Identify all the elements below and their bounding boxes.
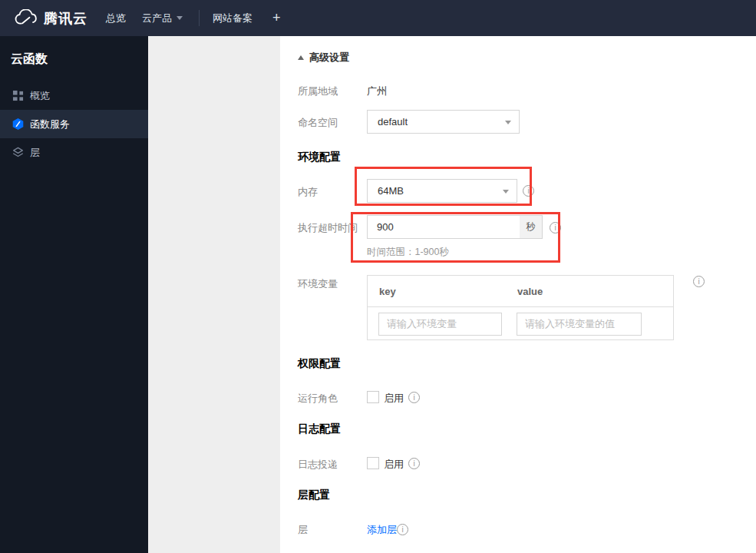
tencent-cloud-logo[interactable]: 腾讯云 xyxy=(14,0,87,36)
sidebar-item-function-service[interactable]: 函数服务 xyxy=(0,110,148,138)
chevron-down-icon xyxy=(503,190,509,194)
timeout-range-hint: 时间范围：1-900秒 xyxy=(367,246,449,259)
sidebar-item-label: 函数服务 xyxy=(30,118,70,131)
advanced-settings-toggle[interactable]: 高级设置 xyxy=(298,51,349,65)
namespace-label: 命名空间 xyxy=(298,116,338,130)
layer-info-icon[interactable] xyxy=(397,524,408,535)
secondary-panel xyxy=(148,36,280,553)
layer-label: 层 xyxy=(298,523,308,537)
env-vars-info-icon[interactable] xyxy=(693,276,705,287)
log-delivery-checkbox[interactable] xyxy=(367,457,379,469)
timeout-info-icon[interactable] xyxy=(550,222,561,233)
memory-select[interactable]: 64MB xyxy=(367,179,517,203)
nav-cloud-products[interactable]: 云产品 xyxy=(142,0,183,36)
memory-label: 内存 xyxy=(298,185,318,199)
brand-name: 腾讯云 xyxy=(44,9,87,28)
layer-config-header: 层配置 xyxy=(298,488,330,502)
chevron-down-icon xyxy=(505,121,511,124)
grid-icon xyxy=(11,89,25,103)
sidebar-item-label: 层 xyxy=(30,146,40,160)
sidebar-title: 云函数 xyxy=(11,51,48,68)
timeout-input[interactable] xyxy=(367,215,520,239)
layers-icon xyxy=(11,146,25,160)
add-tab-button[interactable]: + xyxy=(272,0,281,36)
sidebar-item-overview[interactable]: 概览 xyxy=(0,81,148,110)
env-config-header: 环境配置 xyxy=(298,151,341,164)
env-vars-label: 环境变量 xyxy=(298,277,338,291)
sidebar-item-layers[interactable]: 层 xyxy=(0,138,148,167)
memory-info-icon[interactable] xyxy=(523,185,534,197)
region-label: 所属地域 xyxy=(298,84,338,98)
run-role-enable-label: 启用 xyxy=(384,392,404,406)
chevron-down-icon xyxy=(177,16,183,20)
run-role-checkbox[interactable] xyxy=(367,391,379,403)
log-delivery-enable-label: 启用 xyxy=(384,458,404,472)
nav-overview[interactable]: 总览 xyxy=(106,0,126,36)
memory-selected-value: 64MB xyxy=(378,185,404,197)
namespace-selected-value: default xyxy=(378,116,408,127)
env-vars-row xyxy=(368,307,673,340)
log-config-header: 日志配置 xyxy=(298,422,341,436)
run-role-info-icon[interactable] xyxy=(408,392,420,403)
sidebar: 云函数 概览 函数服务 xyxy=(0,36,148,553)
key-column-header: key xyxy=(368,286,517,297)
env-vars-table: key value xyxy=(367,275,674,340)
value-column-header: value xyxy=(517,286,543,297)
log-delivery-info-icon[interactable] xyxy=(408,458,420,469)
permission-config-header: 权限配置 xyxy=(298,357,341,371)
add-layer-link[interactable]: 添加层 xyxy=(367,523,397,537)
namespace-select[interactable]: default xyxy=(367,110,520,134)
advanced-settings-label: 高级设置 xyxy=(309,51,349,65)
sidebar-menu: 概览 函数服务 层 xyxy=(0,81,148,167)
top-navbar: 腾讯云 总览 云产品 网站备案 + xyxy=(0,0,756,36)
function-hexagon-icon xyxy=(11,118,25,131)
log-delivery-label: 日志投递 xyxy=(298,458,338,472)
sidebar-item-label: 概览 xyxy=(30,89,50,103)
timeout-unit: 秒 xyxy=(520,215,543,239)
timeout-label: 执行超时时间 xyxy=(298,221,358,235)
run-role-label: 运行角色 xyxy=(298,392,338,406)
env-var-value-input[interactable] xyxy=(517,313,642,336)
cloud-logo-icon xyxy=(14,9,37,27)
region-value: 广州 xyxy=(367,84,387,98)
collapse-triangle-icon xyxy=(298,55,304,60)
env-var-key-input[interactable] xyxy=(378,313,502,336)
nav-icp-filing[interactable]: 网站备案 xyxy=(213,0,253,36)
env-vars-table-header: key value xyxy=(368,276,673,307)
nav-divider xyxy=(199,10,200,26)
